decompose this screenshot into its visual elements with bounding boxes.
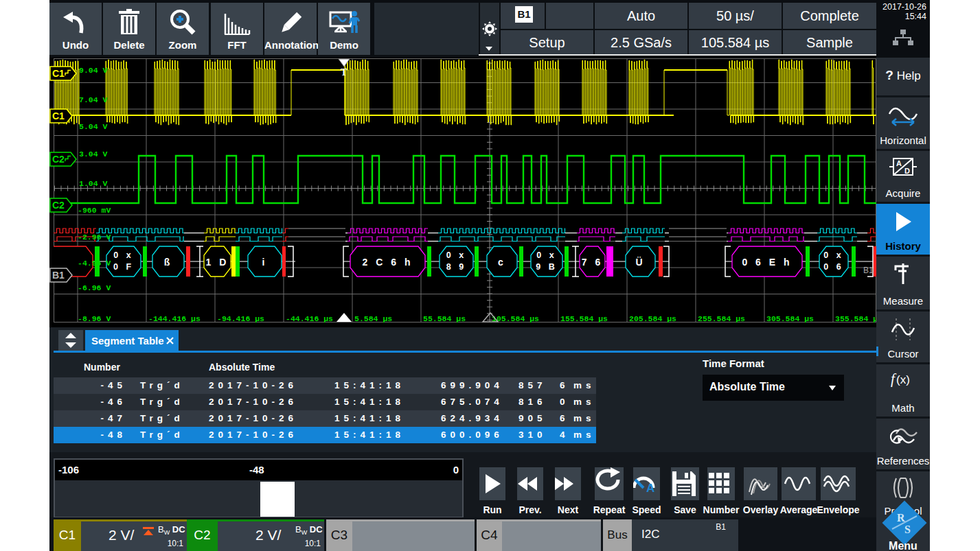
svg-text:1.04 V: 1.04 V: [79, 179, 108, 188]
svg-text:i: i: [262, 257, 268, 268]
svg-text:3.04 V: 3.04 V: [79, 150, 108, 159]
svg-text:205.584 µs: 205.584 µs: [629, 314, 676, 323]
svg-text:0 x: 0 x: [536, 250, 556, 260]
svg-text:0 x: 0 x: [446, 250, 466, 260]
svg-text:355.584 µs: 355.584 µs: [835, 314, 876, 323]
svg-text:9 B: 9 B: [536, 262, 557, 272]
svg-text:C1: C1: [52, 110, 65, 121]
svg-text:2 C 6 h: 2 C 6 h: [363, 257, 413, 268]
svg-text:55.584 µs: 55.584 µs: [423, 314, 466, 323]
svg-text:7.04 V: 7.04 V: [79, 95, 108, 104]
svg-text:C1: C1: [52, 68, 65, 79]
svg-text:A: A: [896, 159, 902, 167]
svg-text:D: D: [904, 167, 910, 175]
svg-text:A: A: [646, 482, 654, 495]
svg-text:(x): (x): [896, 373, 910, 386]
svg-text:-144.416 µs: -144.416 µs: [148, 314, 201, 323]
svg-text:9.04 V: 9.04 V: [79, 66, 108, 75]
svg-text:Ü: Ü: [635, 257, 645, 268]
svg-text:7 6: 7 6: [582, 257, 603, 268]
svg-text:R: R: [897, 512, 905, 524]
svg-text:-6.96 V: -6.96 V: [78, 283, 111, 292]
svg-text:8 9: 8 9: [446, 262, 466, 272]
svg-text:105.584 µs: 105.584 µs: [492, 314, 539, 323]
svg-text:ß: ß: [164, 257, 173, 268]
svg-text:C2: C2: [52, 154, 65, 165]
svg-text:5.04 V: 5.04 V: [79, 122, 108, 131]
svg-text:-2.96 V: -2.96 V: [78, 233, 111, 242]
svg-text:C2: C2: [52, 200, 65, 211]
svg-text:-44.416 µs: -44.416 µs: [286, 314, 333, 323]
svg-text:255.584 µs: 255.584 µs: [698, 314, 745, 323]
svg-text:5.584 µs: 5.584 µs: [354, 314, 392, 323]
svg-text:B1: B1: [52, 270, 65, 281]
svg-text:-8.96 V: -8.96 V: [78, 314, 111, 323]
svg-text:-960 mV: -960 mV: [78, 206, 111, 215]
svg-text:T: T: [341, 67, 347, 78]
svg-text:0 6 E h: 0 6 E h: [742, 257, 792, 268]
svg-text:305.584 µs: 305.584 µs: [766, 314, 814, 323]
svg-text:c: c: [498, 257, 506, 268]
svg-text:155.584 µs: 155.584 µs: [560, 314, 608, 323]
svg-text:-4.96 V: -4.96 V: [78, 259, 111, 268]
svg-text:-94.416 µs: -94.416 µs: [217, 314, 264, 323]
svg-text:0 F: 0 F: [113, 262, 134, 272]
svg-text:0 x: 0 x: [113, 250, 133, 260]
svg-text:0 x: 0 x: [823, 250, 843, 260]
svg-text:1 D: 1 D: [206, 257, 229, 268]
svg-text:S: S: [904, 524, 911, 535]
svg-text:0 6: 0 6: [823, 262, 843, 272]
svg-text:B1: B1: [863, 266, 874, 275]
